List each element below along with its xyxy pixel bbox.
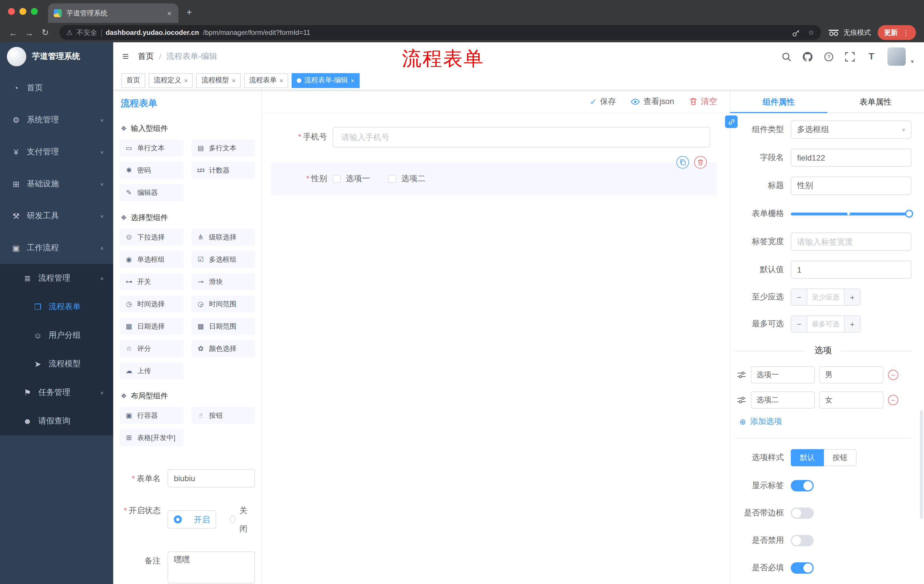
link-badge[interactable] — [725, 115, 738, 128]
checkbox[interactable] — [333, 175, 341, 183]
required-switch[interactable] — [791, 562, 813, 574]
palette-item-editor[interactable]: ✎ 编辑器 — [119, 184, 183, 201]
decrease-button[interactable]: − — [791, 289, 807, 305]
avatar[interactable] — [888, 48, 906, 66]
search-icon[interactable] — [782, 51, 792, 62]
sidebar-item-process-form[interactable]: ❐ 流程表单 — [0, 293, 113, 321]
sidebar-item-process-model[interactable]: ➤ 流程模型 — [0, 350, 113, 378]
form-name-input[interactable] — [168, 469, 255, 487]
form-grid-slider[interactable] — [791, 204, 911, 223]
new-tab-button[interactable]: + — [186, 7, 192, 18]
checkbox[interactable] — [388, 175, 396, 183]
palette-item-time-range[interactable]: ◶ 时间范围 — [191, 295, 255, 313]
tab-component-props[interactable]: 组件属性 — [730, 90, 827, 113]
palette-item-upload[interactable]: ☁ 上传 — [119, 362, 183, 380]
add-option-button[interactable]: ⊕ 添加选项 — [735, 416, 911, 427]
form-remark-textarea[interactable]: 嘿嘿 — [168, 551, 255, 584]
sidebar-item-user-groups[interactable]: ☺ 用户分组 — [0, 321, 113, 350]
sidebar-item-home[interactable]: ◔ 首页 — [0, 72, 113, 104]
palette-item-time-picker[interactable]: ◷ 时间选择 — [119, 295, 183, 313]
close-icon[interactable]: × — [280, 77, 283, 84]
reload-icon[interactable]: ↻ — [38, 28, 53, 38]
forward-icon[interactable]: → — [22, 28, 36, 38]
max-select-placeholder[interactable]: 最多可选 — [807, 316, 844, 332]
save-button[interactable]: ✓ 保存 — [590, 96, 616, 107]
gender-option-2[interactable]: 选项二 — [388, 174, 426, 184]
bookmark-star-icon[interactable]: ☆ — [808, 29, 814, 36]
style-button-button[interactable]: 按钮 — [824, 449, 856, 466]
tab-process-definition[interactable]: 流程定义 × — [148, 73, 193, 88]
phone-field-row[interactable]: *手机号 — [271, 127, 717, 147]
palette-item-slider[interactable]: ⊸ 滑块 — [191, 273, 255, 290]
github-icon[interactable] — [803, 51, 813, 62]
slider-handle[interactable] — [905, 210, 913, 218]
sidebar-item-process-management[interactable]: ≣ 流程管理 ∧ — [0, 264, 113, 293]
palette-item-counter[interactable]: 123 计数器 — [191, 162, 255, 179]
palette-item-table[interactable]: ⊞ 表格[开发中] — [119, 429, 183, 446]
clear-button[interactable]: 清空 — [689, 96, 717, 107]
palette-item-single-line-text[interactable]: ▭ 单行文本 — [119, 140, 183, 156]
tab-form-props[interactable]: 表单属性 — [827, 90, 924, 113]
tab-process-form[interactable]: 流程表单 × — [244, 73, 289, 88]
remove-option-button[interactable]: − — [888, 370, 898, 380]
browser-tab[interactable]: 芋道管理系统 × — [48, 3, 178, 23]
component-type-select[interactable]: 多选框组 ▾ — [791, 120, 911, 139]
option-value-input[interactable] — [819, 392, 883, 409]
scrollbar-thumb[interactable] — [920, 410, 923, 519]
palette-item-multi-line-text[interactable]: ▤ 多行文本 — [191, 140, 255, 156]
drag-handle-icon[interactable] — [737, 395, 746, 405]
decrease-button[interactable]: − — [791, 316, 807, 332]
palette-item-row-container[interactable]: ▣ 行容器 — [119, 407, 183, 424]
palette-item-checkbox-group[interactable]: ☑ 多选框组 — [191, 251, 255, 268]
minimize-window-button[interactable] — [20, 8, 26, 15]
palette-item-date-picker[interactable]: ▦ 日期选择 — [119, 318, 183, 335]
status-radio-on[interactable]: 开启 — [168, 510, 216, 528]
palette-item-date-range[interactable]: ▩ 日期范围 — [191, 318, 255, 335]
palette-item-swit[interactable]: ⊶ 开关 — [119, 273, 183, 290]
close-window-button[interactable] — [8, 8, 15, 15]
phone-input[interactable] — [333, 127, 710, 147]
show-label-switch[interactable] — [791, 480, 813, 492]
browser-menu-icon[interactable]: ⋮ — [902, 28, 910, 37]
avatar-caret-icon[interactable]: ▾ — [911, 58, 914, 66]
font-size-icon[interactable]: T — [866, 51, 876, 62]
delete-field-button[interactable] — [694, 156, 707, 169]
close-icon[interactable]: × — [232, 77, 236, 84]
increase-button[interactable]: + — [844, 316, 860, 332]
hamburger-icon[interactable]: ≡ — [113, 50, 134, 63]
sidebar-logo[interactable]: 芋道管理系统 — [0, 42, 113, 71]
close-tab-icon[interactable]: × — [166, 9, 173, 17]
palette-item-select[interactable]: ⊙ 下拉选择 — [119, 229, 183, 246]
breadcrumb-home[interactable]: 首页 — [138, 51, 154, 62]
option-label-input[interactable] — [751, 366, 815, 383]
palette-item-password[interactable]: ✱ 密码 — [119, 162, 183, 179]
field-name-input[interactable] — [791, 148, 911, 167]
update-browser-button[interactable]: 更新 ⋮ — [878, 25, 916, 40]
label-width-input[interactable] — [791, 233, 911, 251]
sidebar-item-system[interactable]: ⚙ 系统管理 ∨ — [0, 104, 113, 136]
palette-item-rate[interactable]: ☆ 评分 — [119, 340, 183, 357]
sidebar-item-leave-query[interactable]: ☻ 请假查询 — [0, 407, 113, 436]
sidebar-item-infrastructure[interactable]: ⊞ 基础设施 ∨ — [0, 168, 113, 200]
gender-field-selected[interactable]: *性别 选项一 选项二 — [271, 162, 717, 196]
palette-item-button[interactable]: ☝ 按钮 — [191, 407, 255, 424]
drag-handle-icon[interactable] — [737, 370, 746, 380]
close-icon[interactable]: × — [184, 77, 188, 84]
palette-item-cascader[interactable]: ⋔ 级联选择 — [191, 229, 255, 246]
back-icon[interactable]: ← — [6, 28, 21, 38]
default-value-input[interactable] — [791, 261, 911, 279]
remove-option-button[interactable]: − — [888, 395, 898, 405]
zoom-window-button[interactable] — [31, 8, 38, 15]
sidebar-item-task-management[interactable]: ⚑ 任务管理 ∨ — [0, 378, 113, 407]
close-icon[interactable]: × — [351, 77, 355, 84]
sidebar-item-payment[interactable]: ¥ 支付管理 ∨ — [0, 136, 113, 168]
fullscreen-icon[interactable] — [845, 51, 855, 62]
copy-field-button[interactable] — [676, 156, 689, 169]
disabled-switch[interactable] — [791, 535, 813, 546]
password-key-icon[interactable] — [791, 28, 801, 38]
view-json-button[interactable]: 查看json — [631, 96, 674, 107]
sidebar-item-workflow[interactable]: ▣ 工作流程 ∧ — [0, 232, 113, 264]
tab-home[interactable]: 首页 — [121, 73, 145, 88]
title-input[interactable] — [791, 176, 911, 195]
address-bar[interactable]: ⚠ 不安全 dashboard.yudao.iocoder.cn /bpm/ma… — [59, 25, 821, 40]
